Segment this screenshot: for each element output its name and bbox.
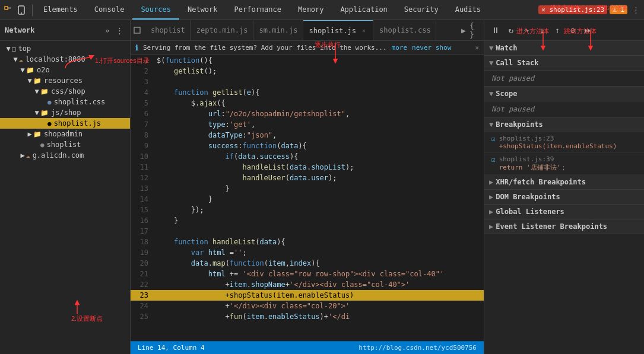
tree-item-o2o[interactable]: ▼ 📁 o2o bbox=[0, 65, 130, 75]
pause-btn[interactable]: ⏸ bbox=[489, 24, 502, 37]
code-line-9: 9 success:function(data){ bbox=[131, 141, 484, 151]
xhr-arrow: ▶ bbox=[489, 178, 493, 186]
tab-actions: ▶ { } bbox=[458, 24, 484, 36]
section-dom-header[interactable]: ▶ DOM Breakpoints bbox=[484, 190, 644, 205]
callstack-arrow: ▼ bbox=[489, 59, 493, 67]
code-line-10: 10 if(data.success){ bbox=[131, 151, 484, 162]
tree-item-shoplist2[interactable]: ▶ ● shoplist bbox=[0, 139, 130, 150]
tree-item-galicdn[interactable]: ▶ ☁ g.alicdn.com bbox=[0, 150, 130, 161]
more-icon[interactable]: ⋮ bbox=[630, 4, 642, 16]
code-line-19: 19 var html =''; bbox=[131, 247, 484, 258]
step-over-btn[interactable]: ↷ bbox=[520, 24, 533, 37]
toolbar-right: ✕ shoplist.js:23 ⚠ 1 ⋮ bbox=[534, 4, 642, 16]
code-line-12: 12 handleUser(data.user); bbox=[131, 173, 484, 183]
info-close[interactable]: ✕ bbox=[475, 44, 479, 52]
code-line-8: 8 dataType:"json", bbox=[131, 130, 484, 141]
section-watch-header[interactable]: ▼ Watch bbox=[484, 41, 644, 56]
tab-elements[interactable]: Elements bbox=[35, 0, 86, 20]
code-line-15: 15 }); bbox=[131, 205, 484, 215]
breakpoints-arrow: ▼ bbox=[489, 120, 493, 129]
code-line-11: 11 handleList(data.shopList); bbox=[131, 162, 484, 173]
code-line-7: 7 type:'get', bbox=[131, 119, 484, 130]
tab-shoplist[interactable]: shoplist bbox=[145, 20, 191, 40]
tree-item-localhost[interactable]: ▼ ☁ localhost:8080 bbox=[0, 54, 130, 65]
section-breakpoints-header[interactable]: ▼ Breakpoints bbox=[484, 117, 644, 132]
tab-nav-left[interactable] bbox=[131, 20, 145, 41]
breakpoint-1-loc: shoplist.js:23 bbox=[499, 135, 617, 142]
tree-item-top[interactable]: ▼ □ top bbox=[0, 43, 130, 54]
tab-more-icon[interactable]: ▶ bbox=[458, 24, 469, 36]
code-line-14: 14 } bbox=[131, 194, 484, 205]
dom-arrow: ▶ bbox=[489, 193, 493, 201]
code-line-5: 5 $.ajax({ bbox=[131, 98, 484, 109]
tab-smminjs[interactable]: sm.min.js bbox=[253, 20, 303, 40]
code-line-3: 3 bbox=[131, 76, 484, 87]
section-global-header[interactable]: ▶ Global Listeners bbox=[484, 205, 644, 219]
code-line-1: 1 $(function(){ bbox=[131, 55, 484, 66]
section-event-header[interactable]: ▶ Event Listener Breakpoints bbox=[484, 219, 644, 234]
info-bar: ℹ Serving from the file system? Add your… bbox=[131, 41, 484, 55]
top-tabs: Elements Console Sources Network Perform… bbox=[35, 0, 534, 20]
tab-shoplistjs[interactable]: shoplist.js ✕ bbox=[303, 20, 373, 40]
file-tabs: shoplist zepto.min.js sm.min.js shoplist… bbox=[131, 20, 484, 41]
device-icon[interactable] bbox=[15, 4, 27, 16]
right-panel: ⏸ ↻ ↷ ↓ ↑ ⊘ ⏭ 进入方法体 跳出方法体 ▼ Watch bbox=[484, 20, 644, 354]
tab-console[interactable]: Console bbox=[86, 0, 133, 20]
global-arrow: ▶ bbox=[489, 208, 493, 216]
code-line-25: 25 +fun(item.enableStatus)+'</di bbox=[131, 311, 484, 322]
tree-item-jsshop[interactable]: ▼ 📁 js/shop bbox=[0, 107, 130, 118]
tab-shoplistcss[interactable]: shoplist.css bbox=[373, 20, 436, 40]
sidebar-menu-icon[interactable]: ⋮ bbox=[113, 24, 125, 36]
svg-point-3 bbox=[21, 12, 22, 14]
code-line-24: 24 +'</div><div class="col-20">' bbox=[131, 301, 484, 311]
breakpoint-2-loc: shoplist.js:39 bbox=[499, 155, 567, 163]
info-icon: ℹ bbox=[135, 43, 138, 52]
tab-zepto[interactable]: zepto.min.js bbox=[191, 20, 253, 40]
breakpoint-1-check[interactable]: ☑ bbox=[491, 135, 496, 143]
resume-btn[interactable]: ↻ bbox=[505, 24, 518, 37]
tab-close-shoplistjs[interactable]: ✕ bbox=[360, 27, 368, 35]
svg-rect-0 bbox=[5, 7, 8, 9]
callstack-content: Not paused bbox=[484, 71, 644, 87]
code-line-21: 21 html += '<div class="row row-shop"><d… bbox=[131, 269, 484, 279]
step-out-btn[interactable]: ↑ bbox=[551, 24, 564, 37]
tab-performance[interactable]: Performance bbox=[226, 0, 290, 20]
deactivate-btn[interactable]: ⊘ bbox=[566, 24, 579, 37]
inspect-icon[interactable] bbox=[2, 4, 14, 16]
scope-content: Not paused bbox=[484, 101, 644, 117]
tree-item-shoplistcss[interactable]: ▶ ● shoplist.css bbox=[0, 97, 130, 107]
warn-badge: ⚠ 1 bbox=[610, 5, 627, 14]
section-xhr-header[interactable]: ▶ XHR/fetch Breakpoints bbox=[484, 175, 644, 190]
right-sections: ▼ Watch ▼ Call Stack Not paused ▼ Scope … bbox=[484, 41, 644, 354]
breakpoint-2-text: return '店铺非法'； bbox=[499, 164, 567, 171]
tab-security[interactable]: Security bbox=[396, 0, 447, 20]
section-callstack-header[interactable]: ▼ Call Stack bbox=[484, 56, 644, 71]
sidebar-more-icon[interactable]: » bbox=[101, 24, 113, 36]
tab-memory[interactable]: Memory bbox=[290, 0, 332, 20]
section-scope-header[interactable]: ▼ Scope bbox=[484, 87, 644, 101]
step-into-btn[interactable]: ↓ bbox=[535, 24, 548, 37]
pause-exceptions-btn[interactable]: ⏭ bbox=[582, 24, 595, 37]
tab-audits[interactable]: Audits bbox=[447, 0, 489, 20]
code-line-4: 4 function getlist(e){ bbox=[131, 87, 484, 98]
code-line-22: 22 +item.shopName+'</div><div class="col… bbox=[131, 279, 484, 290]
breakpoint-1: ☑ shoplist.js:23 +shopStatus(item.enable… bbox=[484, 132, 644, 153]
tree-item-resources[interactable]: ▼ 📁 resources bbox=[0, 75, 130, 86]
tree-item-shoplistjs[interactable]: ▶ ● shoplist.js bbox=[0, 118, 130, 129]
status-bar: Line 14, Column 4 http://blog.csdn.net/y… bbox=[131, 341, 484, 354]
code-line-13: 13 } bbox=[131, 183, 484, 194]
code-area[interactable]: 1 $(function(){ 2 getlist(); 3 4 functio… bbox=[131, 55, 484, 341]
breakpoint-2-check[interactable]: ☑ bbox=[491, 156, 496, 164]
tab-application[interactable]: Application bbox=[332, 0, 395, 20]
tree-item-shopadmin[interactable]: ▶ 📁 shopadmin bbox=[0, 129, 130, 139]
cursor-position: Line 14, Column 4 bbox=[138, 344, 205, 352]
info-more-link[interactable]: more bbox=[392, 44, 408, 52]
tab-network[interactable]: Network bbox=[179, 0, 226, 20]
info-never-link[interactable]: never show bbox=[412, 44, 451, 52]
top-toolbar: Elements Console Sources Network Perform… bbox=[0, 0, 644, 20]
tree-item-cssshop[interactable]: ▼ 📁 css/shop bbox=[0, 86, 130, 97]
tab-sources[interactable]: Sources bbox=[132, 0, 179, 20]
event-arrow: ▶ bbox=[489, 222, 493, 231]
scope-arrow: ▼ bbox=[489, 90, 493, 98]
format-icon[interactable]: { } bbox=[469, 24, 481, 36]
